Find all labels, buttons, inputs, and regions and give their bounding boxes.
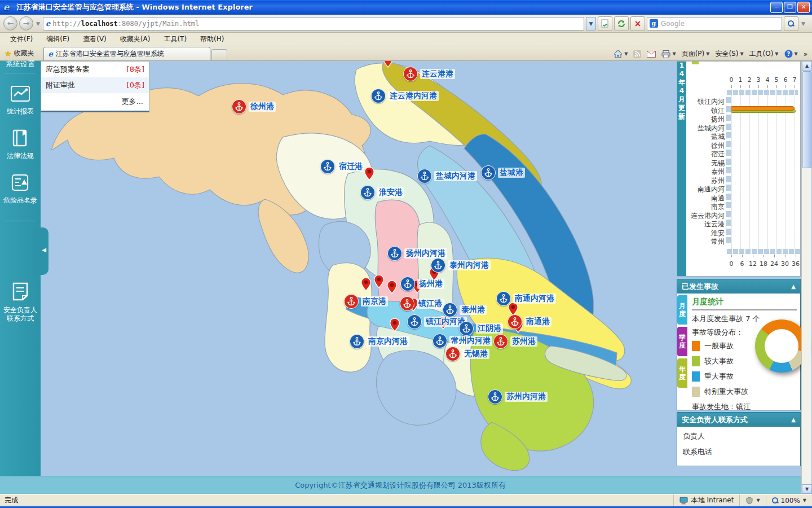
menu-item-5[interactable]: 帮助(H) — [193, 33, 231, 46]
port-marker-盐城港[interactable]: 盐城港 — [481, 165, 525, 180]
update-note-strip: 14年4月更新 — [677, 62, 686, 276]
port-marker-连云港内河港[interactable]: 连云港内河港 — [371, 89, 439, 103]
print-button[interactable]: ▼ — [661, 50, 676, 58]
port-marker-连云港港[interactable]: 连云港港 — [403, 67, 455, 81]
top-axis-tick-label: 1 — [739, 76, 743, 84]
sidebar-item-0[interactable]: 统计报表 — [0, 79, 41, 122]
port-marker-苏州港[interactable]: 苏州港 — [493, 334, 537, 349]
menu-item-1[interactable]: 编辑(E) — [39, 33, 76, 46]
law-book-icon — [12, 129, 29, 150]
axis-tick — [742, 255, 743, 257]
port-marker-镇江港[interactable]: 镇江港 — [400, 296, 444, 311]
port-marker-南京港[interactable]: 南京港 — [344, 294, 388, 309]
stop-button[interactable]: × — [630, 16, 645, 31]
scrollbar-thumb[interactable] — [802, 71, 811, 168]
port-marker-南通港[interactable]: 南通港 — [508, 314, 551, 329]
quick-panel-row-1[interactable]: 附证审批[0条] — [41, 77, 149, 93]
port-marker-镇江内河港[interactable]: 镇江内河港 — [407, 314, 467, 329]
port-marker-无锡港[interactable]: 无锡港 — [445, 347, 489, 361]
period-tab-2[interactable]: 年度 — [677, 358, 687, 388]
search-options-icon[interactable]: ▼ — [800, 21, 806, 27]
command-safety[interactable]: 安全(S)▼ — [715, 49, 743, 59]
axis-tick — [749, 85, 750, 88]
port-marker-淮安港[interactable]: 淮安港 — [360, 185, 404, 200]
port-marker-苏州内河港[interactable]: 苏州内河港 — [488, 389, 548, 404]
legend-label: 较大事故 — [704, 356, 734, 366]
port-marker-盐城内河港[interactable]: 盐城内河港 — [417, 169, 477, 183]
back-button[interactable]: ← — [3, 16, 17, 30]
axis-tick — [796, 255, 796, 257]
port-marker-南京内河港[interactable]: 南京内河港 — [350, 334, 409, 349]
incident-pin-icon[interactable] — [386, 280, 398, 295]
compatibility-view-button[interactable] — [598, 16, 612, 31]
legend-label: 重大事故 — [704, 371, 734, 382]
sidebar-item-1[interactable]: 法律法规 — [0, 122, 41, 167]
menu-bar: 文件(F)编辑(E)查看(V)收藏夹(A)工具(T)帮助(H) — [0, 33, 812, 46]
mail-button[interactable] — [647, 51, 656, 58]
scroll-up-icon[interactable]: ▲ — [802, 61, 812, 71]
history-dropdown-icon[interactable]: ▼ — [35, 21, 41, 27]
protected-mode-control[interactable]: ▼ — [739, 494, 765, 506]
command-tools[interactable]: 工具(O)▼ — [749, 49, 779, 59]
url-dropdown-button[interactable]: ▼ — [586, 17, 596, 30]
sidebar-item-3[interactable]: 安全负责人联系方式 — [0, 275, 41, 330]
anchor-icon — [496, 291, 511, 306]
menu-item-0[interactable]: 文件(F) — [3, 33, 39, 46]
incident-panel: 已发生事故 ▲ 月度季度年度 月度统计 本月度发生事故 7 个 事故等级分布： … — [677, 279, 801, 410]
anchor-icon — [350, 334, 364, 349]
quick-panel-more-link[interactable]: 更多... — [41, 93, 149, 111]
minimize-button[interactable]: ─ — [770, 2, 783, 13]
search-button[interactable] — [784, 16, 798, 31]
menu-item-3[interactable]: 收藏夹(A) — [113, 33, 157, 46]
zoom-control[interactable]: 100% ▼ — [766, 494, 812, 506]
axis-dash-cell — [726, 132, 731, 138]
incident-pin-icon[interactable] — [363, 167, 376, 181]
axis-dash-cell — [726, 176, 731, 182]
help-button[interactable]: ?▼ — [784, 50, 798, 58]
bottom-axis-tick-label: 0 — [730, 260, 734, 268]
incident-pin-icon[interactable] — [382, 61, 394, 68]
menu-item-2[interactable]: 查看(V) — [76, 33, 113, 46]
search-input[interactable]: g Google — [647, 17, 782, 30]
incident-pin-icon[interactable] — [360, 277, 372, 292]
port-marker-南通内河港[interactable]: 南通内河港 — [496, 291, 556, 306]
rss-button[interactable] — [633, 50, 641, 58]
axis-tick — [731, 255, 732, 257]
new-tab-stub[interactable] — [211, 49, 227, 60]
page-scrollbar[interactable]: ▲ ▼ — [801, 61, 811, 494]
collapse-up-icon[interactable]: ▲ — [791, 417, 796, 423]
anchor-icon — [344, 294, 359, 309]
restore-button[interactable]: ❐ — [784, 2, 796, 13]
tab-main[interactable]: e 江苏省港口安全监管与应急管理系统 — [43, 47, 210, 60]
incident-pin-icon[interactable] — [389, 318, 401, 332]
axis-tick — [731, 85, 732, 88]
quick-panel-row-0[interactable]: 应急预案备案[8条] — [41, 62, 149, 77]
menu-item-4[interactable]: 工具(T) — [157, 33, 193, 46]
sidebar-item-system-settings[interactable]: 系统设置 — [0, 59, 41, 67]
port-marker-泰州内河港[interactable]: 泰州内河港 — [431, 258, 491, 273]
collapse-up-icon[interactable]: ▲ — [791, 283, 796, 290]
favorites-button[interactable]: ★ 收藏夹 — [0, 49, 40, 60]
refresh-button[interactable] — [614, 16, 629, 31]
incident-panel-header[interactable]: 已发生事故 ▲ — [677, 279, 800, 294]
more-commands-button[interactable]: » — [804, 50, 807, 58]
port-marker-徐州港[interactable]: 徐州港 — [232, 99, 276, 114]
forward-button[interactable]: → — [19, 16, 33, 30]
chevron-down-icon: ▼ — [740, 51, 743, 56]
axis-dash-cell — [726, 220, 731, 226]
port-marker-宿迁港[interactable]: 宿迁港 — [320, 159, 364, 174]
period-tab-0[interactable]: 月度 — [677, 295, 687, 325]
command-page[interactable]: 页面(P)▼ — [682, 49, 710, 59]
axis-dash-cell — [726, 237, 731, 243]
url-field[interactable]: e http://localhost:8080/yjpt/Main.html — [43, 17, 584, 30]
legend-item-2: 重大事故 — [692, 371, 797, 382]
scroll-down-icon[interactable]: ▼ — [802, 484, 812, 494]
contact-panel-header[interactable]: 安全负责人联系方式 ▲ — [677, 413, 800, 427]
port-marker-扬州港[interactable]: 扬州港 — [400, 277, 444, 291]
sidebar-item-2[interactable]: 危险品名录 — [0, 167, 41, 212]
close-button[interactable]: ✕ — [797, 2, 810, 13]
home-button[interactable]: ▼ — [614, 50, 628, 58]
period-tab-1[interactable]: 季度 — [677, 327, 687, 356]
incident-pin-icon[interactable] — [373, 274, 385, 289]
gridline — [731, 89, 732, 253]
